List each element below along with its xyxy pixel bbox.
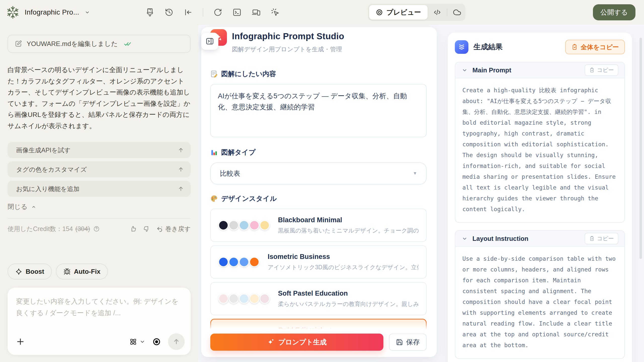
app-window: Infographic Pro... — [0, 0, 644, 362]
code-view-icon[interactable] — [433, 8, 441, 16]
collapse-suggestions[interactable]: 閉じる — [8, 202, 36, 211]
chevron-down-icon — [461, 67, 468, 73]
prompt-form-card: Infographic Prompt Studio 図解デザイン用プロンプトを生… — [201, 27, 437, 357]
project-menu[interactable]: Infographic Pro... — [6, 0, 90, 25]
app-title: Infographic Prompt Studio — [232, 31, 344, 41]
scrollbar[interactable] — [639, 38, 642, 259]
diagram-type-value: 比較表 — [220, 169, 240, 178]
credits-row: 使用したCredit数：154 (304) 巻き戻す — [8, 225, 191, 233]
bug-icon — [63, 268, 71, 275]
content-input[interactable]: AIが仕事を変える5つのステップ — データ収集、分析、自動化、意思決定支援、継… — [210, 84, 427, 137]
section-title: Main Prompt — [472, 67, 511, 74]
memo-icon — [210, 70, 218, 78]
collapse-panel-icon[interactable] — [184, 8, 193, 17]
boost-button[interactable]: Boost — [8, 263, 52, 280]
toggle-divider — [447, 9, 447, 16]
youware-logo-icon — [6, 6, 20, 19]
assist-buttons: Boost Auto-Fix — [8, 263, 191, 280]
composer-right-group — [129, 333, 185, 350]
style-field-label: デザインスタイル — [210, 194, 427, 203]
record-icon[interactable] — [152, 337, 161, 346]
style-option-isometric-business[interactable]: Isometric Business アイソメトリック3D風のビジネスライクなデ… — [210, 245, 427, 279]
app-header: Infographic Prompt Studio 図解デザイン用プロンプトを生… — [232, 31, 344, 53]
clipboard-icon — [571, 44, 578, 50]
help-icon[interactable] — [93, 225, 100, 232]
chat-composer — [8, 288, 191, 355]
file-edit-notice[interactable]: YOUWARE.mdを編集しました — [8, 35, 191, 53]
double-check-icon — [124, 40, 131, 48]
sparkle-icon — [267, 338, 274, 346]
results-title: 生成結果 — [473, 42, 503, 52]
suggestion-label: お気に入り機能を追加 — [16, 185, 79, 193]
save-icon — [396, 339, 403, 346]
top-bar: Infographic Pro... — [0, 0, 644, 25]
edit-file-icon — [15, 40, 22, 48]
view-mode-toggle: プレビュー — [368, 4, 465, 21]
chevron-down-icon — [85, 10, 90, 15]
palette-dots — [218, 257, 260, 267]
toolbar-divider — [203, 8, 203, 17]
model-selector[interactable] — [129, 337, 145, 346]
devices-icon[interactable] — [252, 8, 261, 17]
section-body-text: Create a high-quality 比較表 infographic ab… — [455, 78, 624, 222]
panel-toggle-button[interactable] — [201, 33, 218, 50]
autofix-label: Auto-Fix — [74, 268, 100, 276]
suggestion-label: タグの色をカスタマイズ — [16, 165, 87, 174]
rollback-button[interactable]: 巻き戻す — [156, 225, 191, 233]
copy-section-button[interactable]: コピー — [585, 233, 618, 244]
style-name: Blackboard Minimal — [278, 216, 419, 224]
suggestion-label: 画像生成APIを試す — [16, 146, 70, 154]
content-field-label: 図解にしたい内容 — [210, 69, 427, 78]
suggestion-list: 画像生成APIを試す タグの色をカスタマイズ お気に入り機能を追加 — [8, 142, 191, 197]
toolbar — [145, 0, 280, 25]
publish-button[interactable]: 公開する — [593, 4, 635, 20]
autofix-button[interactable]: Auto-Fix — [56, 263, 108, 280]
feedback-group: 巻き戻す — [130, 225, 191, 233]
save-button[interactable]: 保存 — [389, 334, 427, 351]
boost-label: Boost — [26, 268, 44, 276]
thumbs-down-icon[interactable] — [143, 225, 150, 233]
form-footer: プロンプト生成 保存 — [201, 329, 437, 357]
history-icon[interactable] — [165, 8, 174, 17]
style-option-soft-pastel-education[interactable]: Soft Pastel Education 柔らかいパステルカラーの教育向けデザ… — [210, 282, 427, 315]
result-section-main-prompt: Main Prompt コピー Create a high-quality 比較… — [455, 62, 625, 223]
results-panel: 生成結果 全体をコピー Main Prompt — [448, 33, 632, 362]
results-header: 生成結果 全体をコピー — [455, 40, 625, 54]
thumbs-up-icon[interactable] — [130, 225, 137, 233]
sparkle-icon — [15, 268, 22, 275]
generate-prompt-button[interactable]: プロンプト生成 — [210, 334, 383, 351]
send-button[interactable] — [168, 333, 185, 350]
suggestion-chip[interactable]: 画像生成APIを試す — [8, 142, 191, 158]
copy-all-button[interactable]: 全体をコピー — [565, 40, 625, 54]
section-header[interactable]: Layout Instruction コピー — [455, 231, 624, 247]
clipboard-icon — [589, 236, 595, 241]
suggestion-chip[interactable]: お気に入り機能を追加 — [8, 181, 191, 197]
attach-plus-icon[interactable] — [16, 337, 25, 346]
tab-preview[interactable]: プレビュー — [369, 5, 428, 20]
brush-icon[interactable] — [145, 8, 154, 17]
style-description: 黒板風の落ち着いたミニマルデザイン。チョーク調の線画とシンプ... — [278, 227, 419, 235]
diagram-type-select[interactable]: 比較表 ▼ — [210, 162, 427, 185]
layers-icon — [455, 40, 468, 54]
terminal-icon[interactable] — [232, 8, 242, 17]
section-header[interactable]: Main Prompt コピー — [455, 62, 624, 78]
cloud-icon[interactable] — [453, 8, 461, 17]
credits-old-value: (304) — [75, 225, 90, 233]
palette-icon — [210, 195, 218, 202]
chat-input[interactable] — [16, 296, 182, 333]
clipboard-icon — [589, 67, 595, 73]
refresh-icon[interactable] — [213, 8, 222, 17]
copy-section-button[interactable]: コピー — [585, 64, 618, 76]
select-caret-icon: ▼ — [413, 171, 417, 176]
credits-used-label: 使用したCredit数：154 — [8, 225, 73, 233]
close-label: 閉じる — [8, 202, 27, 211]
file-edit-label: YOUWARE.mdを編集しました — [27, 39, 118, 48]
cursor-click-icon[interactable] — [271, 8, 280, 17]
palette-dots — [218, 220, 270, 230]
section-body-text: Use a side-by-side comparison table with… — [455, 247, 624, 358]
style-option-blackboard-minimal[interactable]: Blackboard Minimal 黒板風の落ち着いたミニマルデザイン。チョー… — [210, 209, 427, 242]
suggestion-chip[interactable]: タグの色をカスタマイズ — [8, 161, 191, 177]
project-name: Infographic Pro... — [25, 8, 79, 16]
arrow-up-icon — [178, 166, 184, 173]
composer-area: Boost Auto-Fix — [8, 263, 191, 355]
